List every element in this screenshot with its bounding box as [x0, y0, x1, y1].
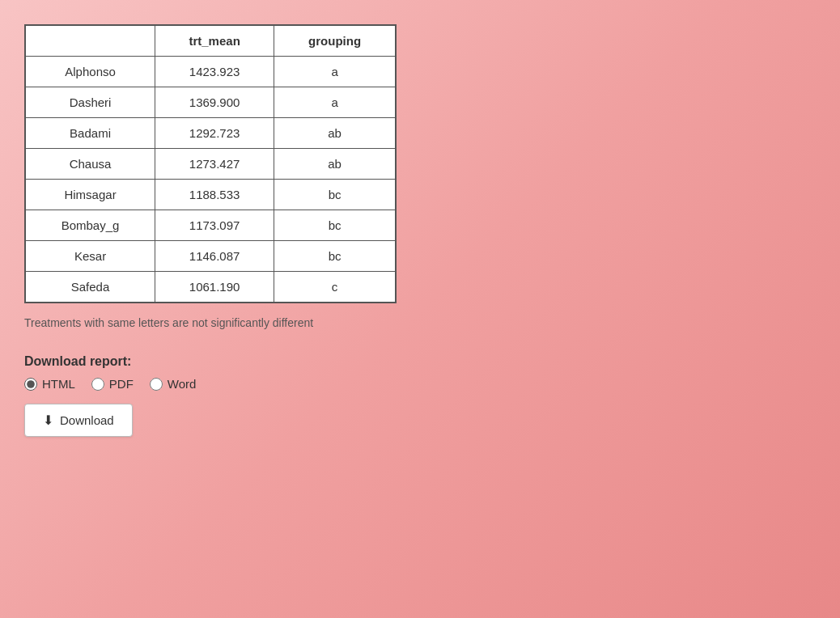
cell-grouping: a	[274, 87, 396, 118]
cell-trt-mean: 1146.087	[155, 241, 274, 272]
cell-trt-mean: 1369.900	[155, 87, 274, 118]
table-row: Alphonso1423.923a	[25, 57, 396, 87]
download-section: Download report: HTML PDF Word ⬇ Downloa…	[24, 354, 429, 437]
cell-trt-mean: 1173.097	[155, 210, 274, 241]
table-row: Dasheri1369.900a	[25, 87, 396, 118]
table-row: Safeda1061.190c	[25, 272, 396, 303]
word-label: Word	[168, 377, 197, 391]
main-container: trt_mean grouping Alphonso1423.923aDashe…	[24, 24, 429, 437]
html-label: HTML	[42, 377, 75, 391]
cell-variety-name: Badami	[25, 118, 155, 149]
cell-variety-name: Chausa	[25, 149, 155, 180]
cell-trt-mean: 1292.723	[155, 118, 274, 149]
cell-grouping: ab	[274, 118, 396, 149]
cell-trt-mean: 1273.427	[155, 149, 274, 180]
word-option[interactable]: Word	[150, 377, 197, 391]
cell-grouping: ab	[274, 149, 396, 180]
download-icon: ⬇	[43, 413, 53, 428]
cell-variety-name: Kesar	[25, 241, 155, 272]
cell-grouping: bc	[274, 180, 396, 210]
download-button-label: Download	[60, 413, 114, 427]
pdf-radio[interactable]	[91, 378, 104, 391]
format-radio-group: HTML PDF Word	[24, 377, 429, 391]
col-header-grouping: grouping	[274, 25, 396, 57]
cell-variety-name: Alphonso	[25, 57, 155, 87]
table-row: Himsagar1188.533bc	[25, 180, 396, 210]
html-radio[interactable]	[24, 378, 37, 391]
table-row: Bombay_g1173.097bc	[25, 210, 396, 241]
col-header-trt-mean: trt_mean	[155, 25, 274, 57]
cell-grouping: c	[274, 272, 396, 303]
table-row: Kesar1146.087bc	[25, 241, 396, 272]
table-row: Chausa1273.427ab	[25, 149, 396, 180]
table-row: Badami1292.723ab	[25, 118, 396, 149]
cell-grouping: bc	[274, 210, 396, 241]
cell-trt-mean: 1423.923	[155, 57, 274, 87]
col-header-name	[25, 25, 155, 57]
results-table: trt_mean grouping Alphonso1423.923aDashe…	[24, 24, 397, 303]
significance-note: Treatments with same letters are not sig…	[24, 315, 397, 332]
cell-variety-name: Bombay_g	[25, 210, 155, 241]
download-label: Download report:	[24, 354, 429, 369]
cell-variety-name: Dasheri	[25, 87, 155, 118]
download-button[interactable]: ⬇ Download	[24, 404, 133, 437]
cell-variety-name: Safeda	[25, 272, 155, 303]
html-option[interactable]: HTML	[24, 377, 75, 391]
pdf-option[interactable]: PDF	[91, 377, 134, 391]
cell-trt-mean: 1061.190	[155, 272, 274, 303]
word-radio[interactable]	[150, 378, 163, 391]
cell-grouping: a	[274, 57, 396, 87]
cell-grouping: bc	[274, 241, 396, 272]
pdf-label: PDF	[109, 377, 134, 391]
cell-variety-name: Himsagar	[25, 180, 155, 210]
cell-trt-mean: 1188.533	[155, 180, 274, 210]
table-header-row: trt_mean grouping	[25, 25, 396, 57]
